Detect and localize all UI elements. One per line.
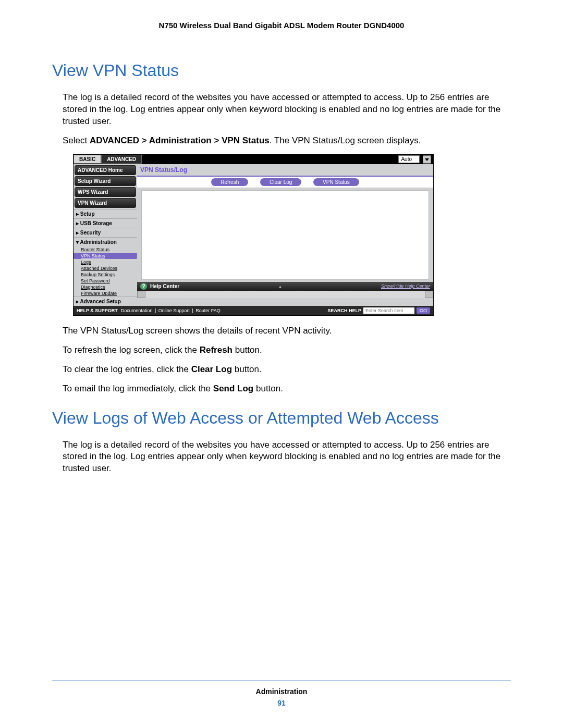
clear-log-button[interactable]: Clear Log — [260, 178, 301, 186]
h-scrollbar[interactable] — [137, 291, 433, 298]
t: To email the log immediately, click the — [63, 384, 213, 393]
nav-group-administration[interactable]: ▾ Administration — [74, 237, 137, 246]
nav-group-usb[interactable]: ▸ USB Storage — [74, 218, 137, 228]
search-help-label: SEARCH HELP — [327, 308, 361, 313]
sidebar: ADVANCED Home Setup Wizard WPS Wizard VP… — [74, 164, 137, 306]
scroll-left-icon[interactable] — [137, 291, 145, 298]
nav-group-security[interactable]: ▸ Security — [74, 228, 137, 237]
t: Clear Log — [191, 364, 232, 374]
nav-wps-wizard[interactable]: WPS Wizard — [75, 187, 136, 197]
tab-basic[interactable]: BASIC — [74, 155, 101, 164]
vpn-status-button[interactable]: VPN Status — [313, 178, 359, 186]
help-center-toggle[interactable]: Show/Hide Help Center — [381, 283, 430, 289]
button-row: Refresh Clear Log VPN Status — [137, 176, 433, 188]
collapse-icon[interactable]: ▴ — [179, 283, 381, 289]
doc-header: N750 Wireless Dual Band Gigabit ADSL Mod… — [52, 21, 511, 30]
panel-title: VPN Status/Log — [137, 164, 433, 176]
t: . The VPN Status/Log screen displays. — [270, 135, 421, 145]
nav-logs[interactable]: Logs — [74, 259, 137, 265]
para-after-4: To email the log immediately, click the … — [52, 383, 511, 395]
t: Refresh — [200, 345, 232, 355]
t: Send Log — [213, 384, 253, 393]
footer-bar: HELP & SUPPORT Documentation | Online Su… — [74, 306, 433, 315]
help-icon: ? — [140, 283, 147, 290]
t: To refresh the log screen, click the — [63, 345, 200, 355]
tab-advanced[interactable]: ADVANCED — [101, 155, 142, 164]
nav-attached-devices[interactable]: Attached Devices — [74, 265, 137, 272]
nav-backup-settings[interactable]: Backup Settings — [74, 272, 137, 278]
router-screenshot: BASIC ADVANCED Auto ADVANCED Home Setup … — [73, 154, 434, 316]
para-after-1: The VPN Status/Log screen shows the deta… — [52, 325, 511, 337]
t: button. — [232, 345, 262, 355]
para-after-2: To refresh the log screen, click the Ref… — [52, 344, 511, 356]
search-input[interactable]: Enter Search Item — [363, 307, 414, 314]
help-center-bar: ? Help Center ▴ Show/Hide Help Center — [137, 282, 433, 291]
para-vpn-intro: The log is a detailed record of the webs… — [52, 92, 511, 128]
go-button[interactable]: GO — [417, 307, 430, 314]
nav-group-advanced-setup[interactable]: ▸ Advanced Setup — [74, 297, 137, 306]
tab-bar: BASIC ADVANCED Auto — [74, 155, 433, 164]
t: To clear the log entries, click the — [63, 364, 191, 374]
link-router-faq[interactable]: Router FAQ — [195, 308, 221, 313]
nav-set-password[interactable]: Set Password — [74, 278, 137, 284]
nav-group-setup[interactable]: ▸ Setup — [74, 209, 137, 218]
link-documentation[interactable]: Documentation — [121, 308, 153, 313]
language-select[interactable]: Auto — [398, 155, 420, 163]
link-online-support[interactable]: Online Support — [158, 308, 190, 313]
language-dropdown-icon[interactable] — [423, 155, 431, 164]
nav-firmware-update[interactable]: Firmware Update — [74, 290, 137, 297]
t: Select — [63, 135, 90, 145]
main-panel: VPN Status/Log Refresh Clear Log VPN Sta… — [137, 164, 433, 306]
refresh-button[interactable]: Refresh — [211, 178, 248, 186]
footer-rule — [52, 681, 511, 681]
footer-section-label: Administration — [52, 687, 511, 696]
nav-vpn-wizard[interactable]: VPN Wizard — [75, 198, 136, 208]
heading-view-logs: View Logs of Web Access or Attempted Web… — [52, 409, 511, 428]
nav-vpn-status[interactable]: VPN Status — [74, 253, 137, 259]
nav-setup-wizard[interactable]: Setup Wizard — [75, 176, 136, 186]
help-support-label: HELP & SUPPORT — [77, 308, 118, 313]
para-logs-intro: The log is a detailed record of the webs… — [52, 439, 511, 475]
heading-view-vpn-status: View VPN Status — [52, 61, 511, 80]
para-after-3: To clear the log entries, click the Clea… — [52, 364, 511, 376]
scroll-right-icon[interactable] — [425, 291, 433, 298]
nav-router-status[interactable]: Router Status — [74, 246, 137, 253]
nav-advanced-home[interactable]: ADVANCED Home — [75, 165, 136, 175]
help-center-label: Help Center — [150, 283, 179, 289]
para-vpn-select: Select ADVANCED > Administration > VPN S… — [52, 135, 511, 147]
t: button. — [253, 384, 283, 393]
footer-links: Documentation | Online Support | Router … — [120, 308, 222, 313]
nav-path: ADVANCED > Administration > VPN Status — [90, 135, 270, 145]
t: button. — [232, 364, 262, 374]
nav-diagnostics[interactable]: Diagnostics — [74, 284, 137, 290]
footer-page-number: 91 — [52, 699, 511, 707]
page-footer: Administration 91 — [52, 676, 511, 707]
log-textarea[interactable] — [141, 190, 429, 280]
